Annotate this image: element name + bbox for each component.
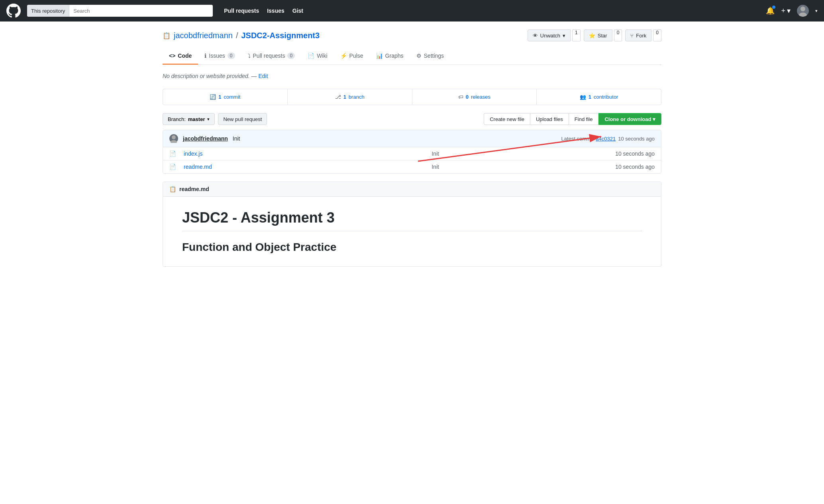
- tab-settings[interactable]: ⚙ Settings: [410, 48, 451, 64]
- repo-owner-link[interactable]: jacobdfriedmann: [174, 31, 233, 40]
- stat-contributors[interactable]: 👥 1 contributor: [537, 89, 661, 105]
- avatar-caret[interactable]: ▾: [815, 8, 818, 14]
- star-icon: ⭐: [589, 33, 595, 39]
- fork-button[interactable]: ⑂ Fork: [625, 29, 651, 41]
- file-age: 10 seconds ago: [615, 150, 655, 157]
- repo-header: 📋 jacobdfriedmann / JSDC2-Assignment3 👁 …: [163, 29, 661, 41]
- file-icon: 📄: [169, 164, 177, 170]
- notification-dot: [772, 6, 775, 9]
- nav-issues[interactable]: Issues: [267, 8, 284, 14]
- navigation: This repository Pull requests Issues Gis…: [0, 0, 824, 21]
- wiki-icon: 📄: [308, 53, 314, 59]
- svg-point-5: [171, 140, 177, 143]
- nav-pull-requests[interactable]: Pull requests: [224, 8, 259, 14]
- commit-hash-link[interactable]: a4c0321: [596, 136, 616, 142]
- file-buttons: Create new file Upload files Find file C…: [484, 113, 661, 125]
- stat-releases[interactable]: 🏷 0 releases: [412, 89, 537, 105]
- commit-avatar: [169, 134, 178, 143]
- edit-description-link[interactable]: Edit: [258, 73, 268, 79]
- settings-icon: ⚙: [416, 53, 422, 59]
- commit-icon: 🔄: [210, 94, 216, 100]
- fork-icon: ⑂: [630, 33, 634, 39]
- tag-icon: 🏷: [458, 94, 463, 100]
- avatar[interactable]: [797, 5, 809, 17]
- notifications-button[interactable]: 🔔: [766, 6, 775, 15]
- fork-group: ⑂ Fork 0: [625, 29, 661, 41]
- repo-name-link[interactable]: JSDC2-Assignment3: [241, 31, 320, 40]
- repo-actions: 👁 Unwatch ▾ 1 ⭐ Star 0 ⑂ Fork 0: [528, 29, 661, 41]
- file-link[interactable]: readme.md: [184, 164, 255, 170]
- table-row: 📄 readme.md Init 10 seconds ago: [163, 160, 661, 173]
- create-new-file-button[interactable]: Create new file: [484, 113, 530, 125]
- unwatch-group: 👁 Unwatch ▾ 1: [528, 29, 581, 41]
- commit-author-link[interactable]: jacobdfriedmann: [183, 135, 228, 142]
- find-file-button[interactable]: Find file: [569, 113, 599, 125]
- branch-dropdown[interactable]: Branch: master: [163, 113, 215, 125]
- tab-pulse[interactable]: ⚡ Pulse: [334, 48, 370, 64]
- tab-wiki[interactable]: 📄 Wiki: [301, 48, 334, 64]
- github-logo[interactable]: [6, 4, 21, 18]
- nav-links: Pull requests Issues Gist: [224, 8, 303, 14]
- pr-icon: ⤵: [248, 53, 251, 59]
- unwatch-button[interactable]: 👁 Unwatch ▾: [528, 29, 571, 41]
- commit-message: Init: [233, 135, 240, 142]
- create-new-button[interactable]: + ▾: [781, 6, 791, 15]
- people-icon: 👥: [580, 94, 586, 100]
- tab-graphs[interactable]: 📊 Graphs: [370, 48, 410, 64]
- unwatch-caret: ▾: [563, 33, 565, 39]
- svg-point-1: [799, 13, 807, 17]
- repo-icon: 📋: [163, 32, 171, 39]
- readme-box: 📋 readme.md JSDC2 - Assignment 3 Functio…: [163, 182, 661, 267]
- clone-caret-icon: ▾: [653, 116, 655, 122]
- main-content: 📋 jacobdfriedmann / JSDC2-Assignment3 👁 …: [153, 21, 671, 275]
- readme-body: JSDC2 - Assignment 3 Function and Object…: [163, 197, 661, 266]
- graphs-icon: 📊: [376, 53, 383, 59]
- unwatch-count: 1: [572, 29, 581, 41]
- file-actions-bar: Branch: master New pull request Create n…: [163, 113, 661, 125]
- eye-icon: 👁: [533, 33, 538, 39]
- issues-icon: ℹ: [204, 53, 206, 59]
- file-table: jacobdfriedmann Init Latest commit a4c03…: [163, 130, 661, 174]
- star-button[interactable]: ⭐ Star: [584, 29, 612, 41]
- svg-point-4: [172, 135, 176, 139]
- readme-header: 📋 readme.md: [163, 182, 661, 197]
- commit-bar: jacobdfriedmann Init Latest commit a4c03…: [163, 130, 661, 147]
- stats-bar: 🔄 1 commit ⎇ 1 branch 🏷 0 releases 👥 1 c…: [163, 89, 661, 105]
- stat-commits[interactable]: 🔄 1 commit: [163, 89, 288, 105]
- new-pull-request-button[interactable]: New pull request: [218, 113, 267, 125]
- branch-selector: Branch: master New pull request: [163, 113, 267, 125]
- repo-tabs: <> Code ℹ Issues 0 ⤵ Pull requests 0 📄 W…: [163, 48, 661, 65]
- issues-count: 0: [228, 53, 235, 59]
- commit-right: Latest commit a4c0321 10 seconds ago: [561, 136, 655, 142]
- search-input[interactable]: [69, 5, 213, 17]
- table-row: 📄 index.js Init 10 seconds ago: [163, 147, 661, 160]
- file-icon: 📄: [169, 150, 177, 157]
- tab-pull-requests[interactable]: ⤵ Pull requests 0: [241, 48, 302, 64]
- pulse-icon: ⚡: [340, 53, 347, 59]
- nav-right: 🔔 + ▾ ▾: [766, 5, 818, 17]
- repo-scope-label: This repository: [27, 5, 69, 17]
- code-icon: <>: [169, 53, 175, 59]
- star-count: 0: [614, 29, 622, 41]
- readme-icon: 📋: [169, 186, 176, 192]
- nav-gist[interactable]: Gist: [292, 8, 303, 14]
- readme-filename: readme.md: [179, 186, 209, 192]
- branch-icon: ⎇: [335, 94, 341, 100]
- caret-icon: ▾: [787, 6, 791, 15]
- repo-title: 📋 jacobdfriedmann / JSDC2-Assignment3: [163, 31, 320, 40]
- plus-icon: +: [781, 7, 785, 15]
- svg-point-0: [800, 7, 805, 12]
- readme-title: JSDC2 - Assignment 3: [182, 209, 642, 231]
- fork-count: 0: [653, 29, 661, 41]
- file-commit-message: Init: [262, 164, 609, 170]
- tab-issues[interactable]: ℹ Issues 0: [198, 48, 241, 64]
- stat-branches[interactable]: ⎇ 1 branch: [288, 89, 412, 105]
- tab-code[interactable]: <> Code: [163, 48, 198, 64]
- file-link[interactable]: index.js: [184, 150, 255, 157]
- pr-count: 0: [287, 53, 295, 59]
- file-age: 10 seconds ago: [615, 164, 655, 170]
- repo-search-bar[interactable]: This repository: [27, 5, 213, 17]
- upload-files-button[interactable]: Upload files: [530, 113, 569, 125]
- readme-subtitle: Function and Object Practice: [182, 241, 642, 254]
- clone-or-download-button[interactable]: Clone or download ▾: [598, 113, 661, 125]
